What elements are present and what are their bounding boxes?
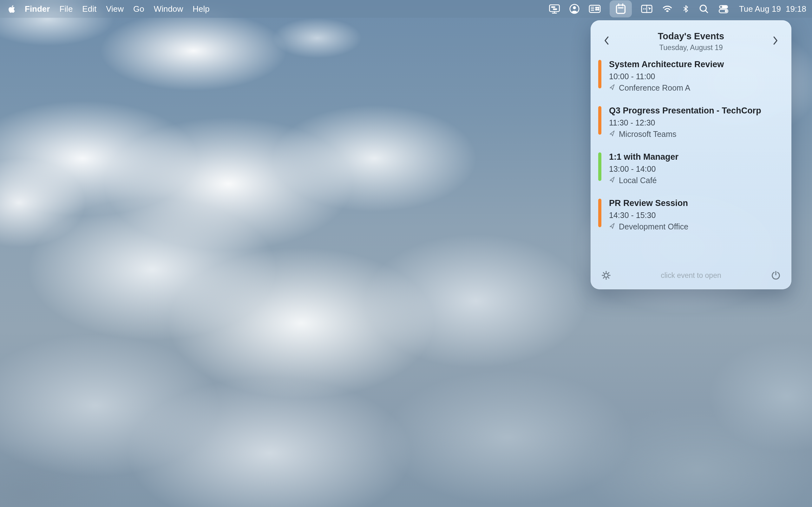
calendar-widget-icon[interactable] xyxy=(610,0,632,17)
todays-events-widget: Today's Events Tuesday, August 19 System… xyxy=(591,20,792,289)
menu-go[interactable]: Go xyxy=(133,4,144,14)
control-center-icon[interactable] xyxy=(718,3,729,14)
previous-day-button[interactable] xyxy=(600,34,613,47)
menu-window[interactable]: Window xyxy=(154,4,183,14)
location-icon xyxy=(609,129,616,139)
event-color-bar xyxy=(598,153,601,181)
event-time: 10:00 - 11:00 xyxy=(609,72,724,81)
event-location: Development Office xyxy=(619,222,688,231)
event-time: 13:00 - 14:00 xyxy=(609,164,678,174)
menubar-clock[interactable]: Tue Aug 19 19:18 xyxy=(739,4,806,14)
menu-bar: Finder File Edit View Go Window Help xyxy=(0,0,812,18)
user-account-icon[interactable] xyxy=(569,3,580,14)
event-row[interactable]: System Architecture Review 10:00 - 11:00… xyxy=(598,59,780,93)
menu-file[interactable]: File xyxy=(59,4,72,14)
event-row[interactable]: Q3 Progress Presentation - TechCorp 11:3… xyxy=(598,105,780,139)
power-quit-icon[interactable] xyxy=(770,270,781,281)
window-manager-icon[interactable] xyxy=(641,3,653,14)
widget-footer: click event to open xyxy=(591,268,792,283)
location-icon xyxy=(609,222,616,231)
event-location: Microsoft Teams xyxy=(619,129,676,139)
menubar-date: Tue Aug 19 xyxy=(739,4,781,14)
event-list: System Architecture Review 10:00 - 11:00… xyxy=(591,59,792,231)
event-time: 11:30 - 12:30 xyxy=(609,118,761,127)
display-icon[interactable] xyxy=(548,3,560,14)
event-color-bar xyxy=(598,199,601,227)
status-bar: Tue Aug 19 19:18 xyxy=(548,0,806,17)
location-icon xyxy=(609,83,616,93)
settings-gear-icon[interactable] xyxy=(601,270,612,281)
next-day-button[interactable] xyxy=(769,34,782,47)
footer-hint-text: click event to open xyxy=(661,271,721,280)
event-time: 14:30 - 15:30 xyxy=(609,210,688,220)
apple-menu-icon[interactable] xyxy=(8,5,15,13)
menu-view[interactable]: View xyxy=(106,4,124,14)
wifi-icon[interactable] xyxy=(662,3,673,14)
event-title: System Architecture Review xyxy=(609,59,724,70)
widget-title: Today's Events xyxy=(591,31,792,42)
event-title: Q3 Progress Presentation - TechCorp xyxy=(609,105,761,116)
menu-help[interactable]: Help xyxy=(193,4,209,14)
event-title: 1:1 with Manager xyxy=(609,152,678,162)
event-color-bar xyxy=(598,60,601,89)
keyboard-shortcuts-icon[interactable] xyxy=(589,3,601,14)
spotlight-search-icon[interactable] xyxy=(699,3,709,14)
event-row[interactable]: PR Review Session 14:30 - 15:30 Developm… xyxy=(598,198,780,231)
menu-bar-left: Finder File Edit View Go Window Help xyxy=(8,4,210,14)
event-location: Local Café xyxy=(619,176,657,185)
event-color-bar xyxy=(598,106,601,135)
event-row[interactable]: 1:1 with Manager 13:00 - 14:00 Local Caf… xyxy=(598,152,780,185)
active-app-name[interactable]: Finder xyxy=(25,4,50,14)
menubar-time: 19:18 xyxy=(786,4,806,14)
bluetooth-icon[interactable] xyxy=(681,3,690,14)
widget-header: Today's Events Tuesday, August 19 xyxy=(591,20,792,52)
widget-date-subtitle: Tuesday, August 19 xyxy=(591,43,792,52)
event-location: Conference Room A xyxy=(619,83,690,93)
menu-edit[interactable]: Edit xyxy=(82,4,96,14)
event-title: PR Review Session xyxy=(609,198,688,209)
location-icon xyxy=(609,176,616,185)
